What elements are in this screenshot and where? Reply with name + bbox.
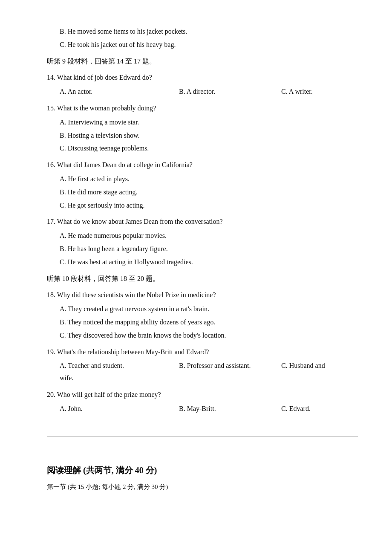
question-16: 16. What did James Dean do at college in… [47, 159, 358, 171]
question-17: 17. What do we know about James Dean fro… [47, 216, 358, 228]
q18-option-c: C. They discovered how the brain knows t… [47, 330, 358, 342]
q19-wrap: wife. [47, 372, 358, 384]
question-14: 14. What kind of job does Edward do? [47, 72, 358, 84]
q16-option-c: C. He got seriously into acting. [47, 199, 358, 212]
q20-option-a: A. John. [60, 403, 179, 415]
q16-option-b: B. He did more stage acting. [47, 186, 358, 199]
q18-option-a: A. They created a great nervous system i… [47, 303, 358, 315]
q20-option-b: B. May-Britt. [179, 403, 281, 415]
section-header-10: 听第 10 段材料，回答第 18 至 20 题。 [47, 273, 358, 285]
q16-option-a: A. He first acted in plays. [47, 173, 358, 185]
reading-title: 阅读理解 (共两节, 满分 40 分) [47, 462, 358, 478]
reading-section-divider: 阅读理解 (共两节, 满分 40 分) 第一节 (共 15 小题; 每小题 2 … [47, 436, 358, 493]
section-header-9: 听第 9 段材料，回答第 14 至 17 题。 [47, 55, 358, 68]
reading-subtitle: 第一节 (共 15 小题; 每小题 2 分, 满分 30 分) [47, 481, 358, 493]
q18-option-b: B. They noticed the mapping ability doze… [47, 316, 358, 329]
q15-option-b: B. Hosting a television show. [47, 130, 358, 142]
option-c-jacket-bag: C. He took his jacket out of his heavy b… [47, 39, 358, 51]
q14-option-b: B. A director. [179, 86, 281, 98]
option-b-jacket-items: B. He moved some items to his jacket poc… [47, 26, 358, 38]
q14-option-c: C. A writer. [281, 86, 313, 98]
q19-option-c-partial: C. Husband and [281, 360, 325, 372]
q17-option-c: C. He was best at acting in Hollywood tr… [47, 256, 358, 269]
q15-option-a: A. Interviewing a movie star. [47, 116, 358, 129]
q20-option-c: C. Edvard. [281, 403, 311, 415]
q19-option-b: B. Professor and assistant. [179, 360, 281, 372]
q15-option-c: C. Discussing teenage problems. [47, 142, 358, 155]
q19-options-row: A. Teacher and student. B. Professor and… [47, 360, 358, 372]
q19-option-a: A. Teacher and student. [60, 360, 179, 372]
q17-option-b: B. He has long been a legendary figure. [47, 243, 358, 255]
q14-options: A. An actor. B. A director. C. A writer. [47, 86, 358, 98]
page-content: B. He moved some items to his jacket poc… [47, 26, 358, 493]
q17-option-a: A. He made numerous popular movies. [47, 230, 358, 242]
question-15: 15. What is the woman probably doing? [47, 102, 358, 115]
q20-options: A. John. B. May-Britt. C. Edvard. [47, 403, 358, 415]
q14-option-a: A. An actor. [60, 86, 179, 98]
question-20: 20. Who will get half of the prize money… [47, 389, 358, 401]
question-19: 19. What's the relationship between May-… [47, 346, 358, 358]
question-18: 18. Why did these scientists win the Nob… [47, 289, 358, 301]
